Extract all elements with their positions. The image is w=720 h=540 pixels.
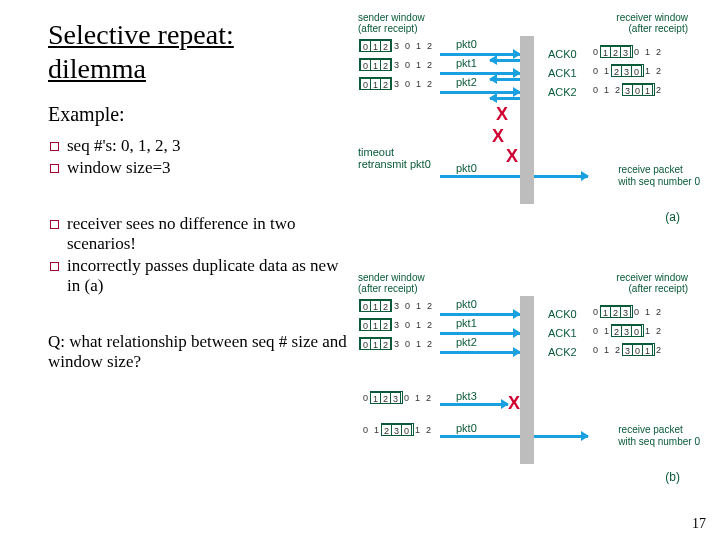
seq-cell: 1 bbox=[601, 84, 612, 96]
title-line-2: dilemma bbox=[48, 53, 146, 84]
seq-window: 0123012 bbox=[360, 319, 435, 331]
seq-cell: 1 bbox=[413, 300, 424, 312]
pkt-label: pkt0 bbox=[456, 298, 477, 310]
seq-cell: 1 bbox=[413, 338, 424, 350]
seq-cell: 3 bbox=[391, 338, 402, 350]
pkt-label: pkt2 bbox=[456, 76, 477, 88]
receive-caption: receive packet with seq number 0 bbox=[618, 424, 700, 447]
seq-cell: 2 bbox=[423, 392, 434, 404]
seq-cell: 1 bbox=[413, 40, 424, 52]
seq-window: 0123012 bbox=[590, 46, 664, 58]
seq-cell: 3 bbox=[391, 78, 402, 90]
window-frame bbox=[600, 45, 633, 58]
ack-label: ACK1 bbox=[548, 327, 577, 339]
seq-cell: 0 bbox=[590, 344, 601, 356]
left-column: Selective repeat: dilemma Example: seq #… bbox=[48, 18, 348, 372]
arrow-right-icon bbox=[440, 351, 520, 354]
seq-cell: 3 bbox=[391, 40, 402, 52]
seq-window: 0123012 bbox=[590, 65, 664, 77]
seq-window: 0123012 bbox=[590, 306, 664, 318]
x-mark-icon: X bbox=[492, 126, 504, 147]
seq-window: 0123012 bbox=[590, 84, 664, 96]
seq-cell: 2 bbox=[424, 40, 435, 52]
seq-cell: 3 bbox=[391, 59, 402, 71]
seq-cell: 1 bbox=[642, 306, 653, 318]
barrier bbox=[520, 296, 534, 464]
arrow-right-icon bbox=[440, 175, 588, 178]
arrow-right-icon bbox=[440, 91, 520, 94]
receive-caption: receive packet with seq number 0 bbox=[618, 164, 700, 187]
example-label: Example: bbox=[48, 103, 348, 126]
seq-cell: 1 bbox=[412, 392, 423, 404]
bullet-group-1: seq #'s: 0, 1, 2, 3 window size=3 bbox=[50, 136, 348, 178]
seq-cell: 0 bbox=[360, 424, 371, 436]
receiver-header-text: receiver window (after receipt) bbox=[616, 272, 688, 294]
seq-cell: 3 bbox=[391, 319, 402, 331]
window-frame bbox=[359, 337, 392, 350]
sub-label-a: (a) bbox=[665, 210, 680, 224]
bullet: incorrectly passes duplicate data as new… bbox=[50, 256, 348, 296]
seq-cell: 2 bbox=[424, 319, 435, 331]
receive-caption-text: receive packet with seq number 0 bbox=[618, 164, 700, 187]
sender-header-text: sender window (after receipt) bbox=[358, 272, 425, 294]
seq-cell: 2 bbox=[424, 300, 435, 312]
pkt-label: pkt3 bbox=[456, 390, 477, 402]
seq-cell: 1 bbox=[642, 46, 653, 58]
seq-cell: 1 bbox=[413, 78, 424, 90]
arrow-right-icon bbox=[440, 332, 520, 335]
seq-window: 0123012 bbox=[360, 59, 435, 71]
seq-window: 0123012 bbox=[360, 338, 435, 350]
seq-cell: 2 bbox=[653, 65, 664, 77]
window-frame bbox=[611, 64, 644, 77]
bullet: window size=3 bbox=[50, 158, 348, 178]
arrow-left-icon bbox=[490, 59, 520, 62]
window-frame bbox=[381, 423, 414, 436]
arrow-right-icon bbox=[440, 72, 520, 75]
bullet-square-icon bbox=[50, 142, 59, 151]
bullet: receiver sees no difference in two scena… bbox=[50, 214, 348, 254]
bullet-group-2: receiver sees no difference in two scena… bbox=[50, 214, 348, 296]
arrow-left-icon bbox=[490, 78, 520, 81]
receiver-header: receiver window (after receipt) bbox=[578, 12, 688, 34]
x-mark-icon: X bbox=[506, 146, 518, 167]
seq-window: 0123012 bbox=[360, 40, 435, 52]
arrow-right-icon bbox=[440, 435, 588, 438]
bullet-square-icon bbox=[50, 220, 59, 229]
bullet-text: seq #'s: 0, 1, 2, 3 bbox=[67, 136, 181, 156]
pkt-label: pkt0 bbox=[456, 162, 477, 174]
seq-cell: 1 bbox=[413, 319, 424, 331]
slide-root: Selective repeat: dilemma Example: seq #… bbox=[0, 0, 720, 372]
bullet-square-icon bbox=[50, 262, 59, 271]
seq-cell: 2 bbox=[653, 46, 664, 58]
seq-cell: 0 bbox=[402, 319, 413, 331]
window-frame bbox=[600, 305, 633, 318]
seq-window: 0123012 bbox=[590, 344, 664, 356]
arrow-right-icon bbox=[440, 403, 508, 406]
window-frame bbox=[370, 391, 403, 404]
seq-window: 0123012 bbox=[360, 78, 435, 90]
seq-cell: 2 bbox=[653, 325, 664, 337]
receiver-header: receiver window (after receipt) bbox=[578, 272, 688, 294]
bullet: seq #'s: 0, 1, 2, 3 bbox=[50, 136, 348, 156]
ack-label: ACK2 bbox=[548, 346, 577, 358]
ack-label: ACK0 bbox=[548, 308, 577, 320]
pkt-label: pkt1 bbox=[456, 317, 477, 329]
seq-window: 0123012 bbox=[590, 325, 664, 337]
seq-cell: 2 bbox=[653, 306, 664, 318]
seq-cell: 0 bbox=[590, 65, 601, 77]
seq-cell: 0 bbox=[590, 84, 601, 96]
arrow-right-icon bbox=[440, 313, 520, 316]
seq-cell: 2 bbox=[424, 59, 435, 71]
window-frame bbox=[622, 343, 655, 356]
ack-label: ACK1 bbox=[548, 67, 577, 79]
sub-label-b: (b) bbox=[665, 470, 680, 484]
ack-label: ACK0 bbox=[548, 48, 577, 60]
question-text: Q: what relationship between seq # size … bbox=[48, 332, 348, 372]
seq-cell: 0 bbox=[402, 78, 413, 90]
bullet-text: receiver sees no difference in two scena… bbox=[67, 214, 348, 254]
bullet-text: incorrectly passes duplicate data as new… bbox=[67, 256, 348, 296]
title-line-1: Selective repeat: bbox=[48, 19, 234, 50]
seq-window: 0123012 bbox=[360, 300, 435, 312]
diagram-b: sender window (after receipt) receiver w… bbox=[358, 272, 698, 487]
seq-cell: 0 bbox=[590, 325, 601, 337]
